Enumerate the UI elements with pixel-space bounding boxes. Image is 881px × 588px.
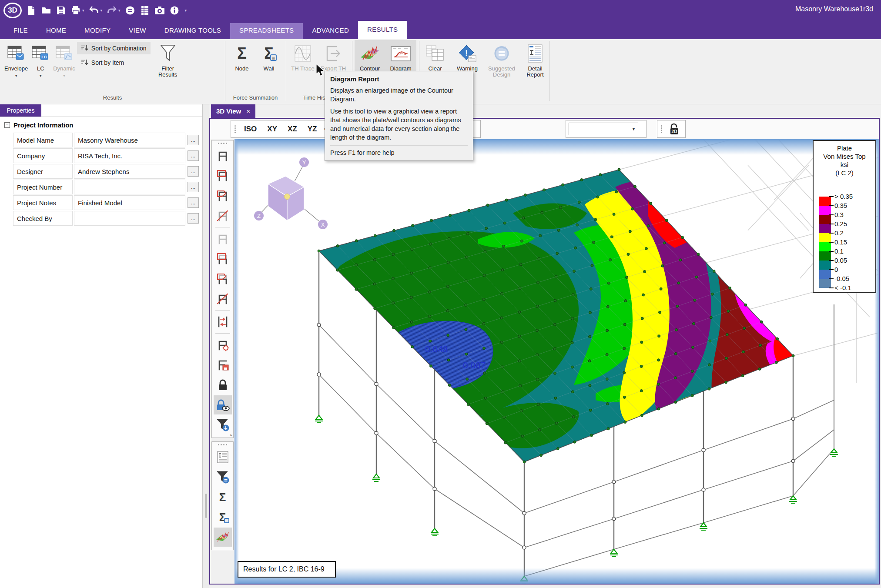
lock-unselected-icon[interactable]: [214, 375, 232, 394]
orientation-cube[interactable]: Y Z X: [254, 157, 328, 229]
toolbox-collapse-icon[interactable]: ▸: [230, 433, 232, 437]
project-number-field[interactable]: [74, 180, 185, 194]
line-unselect-icon[interactable]: [214, 289, 232, 308]
2d-lock-icon[interactable]: 2D: [666, 122, 681, 137]
print-icon[interactable]: [70, 5, 81, 16]
save-icon[interactable]: [56, 5, 66, 16]
lc-button[interactable]: LC LC ▼: [30, 40, 51, 89]
designer-field[interactable]: Andrew Stephens: [74, 164, 185, 179]
model-viewport[interactable]: 0.048 0.087 Y Z X: [234, 139, 879, 584]
toolbox-drag-handle[interactable]: [218, 143, 227, 144]
save-selection-icon[interactable]: [214, 355, 232, 374]
solve-icon[interactable]: [125, 5, 135, 16]
unselect-all-icon[interactable]: [214, 229, 232, 248]
more-button[interactable]: ...: [188, 166, 199, 177]
project-notes-field[interactable]: Finished Model: [74, 195, 185, 210]
more-button[interactable]: ...: [188, 213, 199, 224]
tab-advanced[interactable]: ADVANCED: [303, 23, 358, 39]
node-force-summation-button[interactable]: Σ Node: [228, 40, 255, 89]
tab-results[interactable]: RESULTS: [358, 21, 407, 39]
th-trace-button[interactable]: TH Trace: [288, 40, 317, 89]
filter-results-button[interactable]: Filter Results: [154, 40, 182, 89]
force-summation-tool-icon[interactable]: Σ: [214, 488, 232, 507]
suggested-design-button[interactable]: Suggested Design: [485, 40, 519, 89]
company-field[interactable]: RISA Tech, Inc.: [74, 148, 185, 163]
lc-dropdown-icon[interactable]: ▼: [39, 73, 42, 79]
criteria-select-icon[interactable]: [214, 335, 232, 354]
results-combo-box[interactable]: ▼: [569, 123, 638, 135]
iso-view-button[interactable]: ISO: [239, 123, 261, 136]
checked-by-field[interactable]: [74, 211, 185, 226]
legend-label: 0.3: [834, 211, 844, 219]
more-button[interactable]: ...: [188, 182, 199, 192]
yz-view-button[interactable]: YZ: [303, 123, 322, 136]
line-select-icon[interactable]: [214, 206, 232, 225]
combo-arrow-icon[interactable]: ▼: [632, 127, 636, 131]
box-select-icon[interactable]: [214, 166, 232, 185]
tab-spreadsheets[interactable]: SPREADSHEETS: [230, 23, 303, 39]
tooltip-footer: Press F1 for more help: [330, 145, 468, 156]
properties-tab[interactable]: Properties: [0, 104, 41, 117]
model-name-field[interactable]: Masonry Warehouse: [74, 133, 185, 147]
graphic-selection-lock-icon[interactable]: [214, 395, 232, 414]
snapshot-camera-icon[interactable]: [154, 5, 165, 16]
ribbon-separator: [286, 41, 286, 101]
filter-lock-icon[interactable]: [214, 415, 232, 434]
tab-view[interactable]: VIEW: [120, 23, 155, 39]
detail-report-tool-icon[interactable]: [214, 448, 232, 467]
more-button[interactable]: ...: [188, 197, 199, 208]
invert-selection-icon[interactable]: [214, 312, 232, 331]
splitter-grip[interactable]: [205, 494, 207, 518]
property-label: Project Number: [13, 180, 73, 194]
3d-model-canvas[interactable]: 0.048 0.087 Y Z X: [234, 139, 879, 584]
print-dropdown-icon[interactable]: ▾: [82, 8, 84, 13]
wall-force-summation-button[interactable]: Σ Wall: [255, 40, 282, 89]
undo-icon[interactable]: [89, 5, 99, 16]
polygon-select-icon[interactable]: [214, 186, 232, 205]
spreadsheet-icon[interactable]: [140, 5, 150, 16]
sort-by-item-button[interactable]: Sort by Item: [77, 56, 151, 69]
toolbar-drag-handle[interactable]: [661, 125, 662, 133]
xy-view-button[interactable]: XY: [262, 123, 282, 136]
dynamic-button[interactable]: Dynamic ▼: [51, 40, 77, 89]
open-file-icon[interactable]: [41, 5, 51, 16]
new-file-icon[interactable]: [26, 5, 37, 16]
close-view-icon[interactable]: ×: [246, 107, 250, 115]
tab-home[interactable]: HOME: [37, 23, 75, 39]
tab-drawing-tools[interactable]: DRAWING TOOLS: [155, 23, 230, 39]
ribbon-separator: [549, 41, 550, 101]
redo-icon[interactable]: [107, 5, 117, 16]
sort-by-combination-button[interactable]: Sort by Combination: [77, 42, 151, 54]
select-all-icon[interactable]: [214, 146, 232, 165]
toolbox-drag-handle[interactable]: [218, 444, 227, 445]
property-label: Designer: [13, 164, 73, 179]
wall-summation-tool-icon[interactable]: Σ: [214, 508, 232, 527]
polygon-unselect-icon[interactable]: [214, 269, 232, 288]
contour-legend: Plate Von Mises Top ksi (LC 2) > 0.35 0.…: [813, 140, 876, 293]
undo-dropdown-icon[interactable]: ▾: [100, 8, 103, 13]
envelope-dropdown-icon[interactable]: ▼: [14, 73, 18, 79]
tab-file[interactable]: FILE: [4, 23, 37, 39]
toolbar-drag-handle[interactable]: [234, 125, 236, 133]
contour-tool-icon[interactable]: [214, 528, 232, 547]
detail-report-button[interactable]: Detail Report: [521, 40, 549, 89]
envelope-button[interactable]: Envelope ▼: [3, 40, 30, 89]
property-label: Model Name: [13, 133, 73, 147]
tab-modify[interactable]: MODIFY: [75, 23, 120, 39]
tooltip-body: Displays an enlarged image of the Counto…: [330, 86, 468, 104]
roof-contour-plot[interactable]: 0.048 0.087: [318, 168, 794, 463]
collapse-section-icon[interactable]: −: [4, 122, 10, 128]
redo-dropdown-icon[interactable]: ▾: [118, 8, 121, 13]
app-logo[interactable]: 3D: [3, 3, 22, 18]
xz-view-button[interactable]: XZ: [283, 123, 302, 136]
customize-toolbar-icon[interactable]: ▾: [185, 8, 187, 13]
3d-view-tab[interactable]: 3D View ×: [211, 104, 255, 118]
panel-splitter[interactable]: [203, 104, 209, 588]
more-button[interactable]: ...: [188, 135, 199, 145]
result-filter-icon[interactable]: [214, 468, 232, 487]
box-unselect-icon[interactable]: [214, 249, 232, 268]
more-button[interactable]: ...: [188, 150, 199, 161]
legend-swatch: [819, 242, 831, 251]
info-icon[interactable]: [169, 5, 180, 16]
section-title: Project Information: [13, 121, 74, 129]
